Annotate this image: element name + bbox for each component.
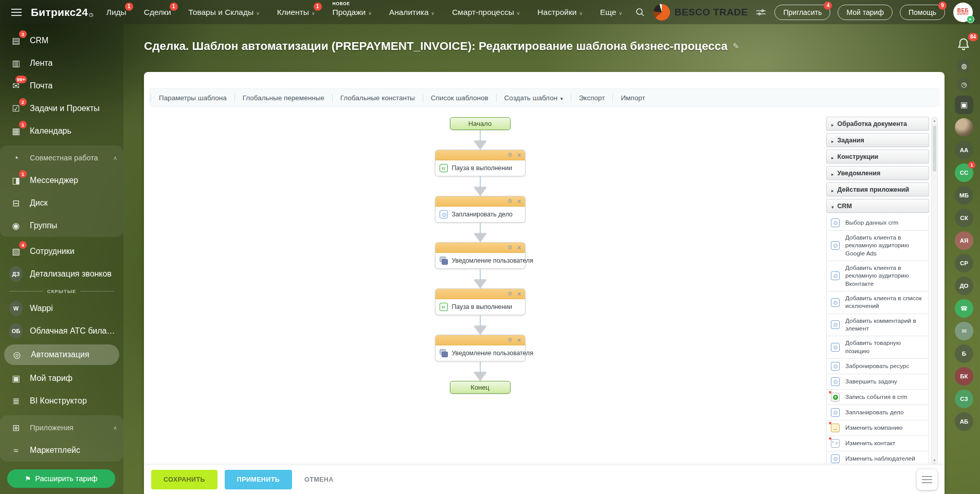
sidebar-item[interactable]: 3 CRM [0,29,123,52]
clock-icon[interactable]: ◷ [957,77,971,92]
rail-avatar[interactable]: МБ [955,186,973,205]
sidebar-item[interactable]: Мой тариф [0,367,123,390]
sidebar-item[interactable]: 1 Календарь [0,120,123,142]
layout-menu-icon[interactable] [917,469,937,490]
toolbar-item[interactable]: Список шаблонов [423,94,496,102]
workflow-node[interactable]: Пауза в выполнении [435,150,525,176]
user-avatar[interactable]: ВЕБ ФОРМАТ [953,3,973,22]
sidebar-item[interactable]: Группы [0,214,123,237]
cancel-button[interactable]: ОТМЕНА [299,470,339,489]
apply-button[interactable]: ПРИМЕНИТЬ [225,470,292,489]
palette-item[interactable]: Добавить клиента в рекламную аудиторию В… [827,261,929,291]
sidebar-item[interactable]: 2 Задачи и Проекты [0,97,123,120]
screen-icon[interactable]: ▣ [955,96,973,114]
nav-item[interactable]: Лиды 1 [106,8,126,17]
sidebar-item[interactable]: Диск [0,192,123,214]
rail-avatar[interactable]: АЯ [955,231,973,250]
sidebar-item[interactable]: Лента [0,52,123,75]
palette-item[interactable]: Добавить клиента в рекламную аудиторию G… [827,231,929,261]
workflow-node[interactable]: Уведомление пользователя [435,335,525,361]
rail-avatar[interactable]: СР [955,254,973,272]
toolbar-item[interactable]: Экспорт [571,94,613,102]
close-icon[interactable] [517,152,521,158]
rail-avatar[interactable]: БК [955,367,973,386]
sidebar-item[interactable]: 4 Сотрудники [0,240,123,263]
gear-icon[interactable] [507,198,513,204]
notifications-bell-icon[interactable]: 84 [956,37,972,52]
toolbar-item[interactable]: Глобальные переменные [234,94,332,102]
palette-item[interactable]: Забронировать ресурс [827,359,929,374]
workflow-canvas[interactable]: Начало [144,107,816,465]
edit-title-icon[interactable] [733,42,739,51]
sidebar-item[interactable]: ДЗ Детализация звонков [0,263,123,285]
toolbar-item[interactable]: Создать шаблон [496,94,571,102]
palette-item[interactable]: Выбор данных crm [827,215,929,231]
palette-item[interactable]: Добавить товарную позицию [827,336,929,359]
scrollbar-thumb[interactable] [933,125,936,172]
save-button[interactable]: СОХРАНИТЬ [151,470,217,489]
palette-section-header[interactable]: Конструкции [826,150,929,163]
nav-item[interactable]: Настройки [537,8,583,17]
phone-icon[interactable]: ☎ [955,299,973,318]
sliders-icon[interactable] [756,8,766,16]
toolbar-item[interactable]: Параметры шаблона [151,94,234,102]
gear-icon[interactable] [507,152,513,158]
workflow-node[interactable]: Запланировать дело [435,196,525,223]
mail-icon[interactable]: ✉ [955,322,973,340]
palette-section-header[interactable]: Обработка документа [826,117,929,131]
globe-icon[interactable]: ◍ [957,59,971,73]
palette-scrollbar[interactable] [931,117,938,464]
sidebar-item[interactable]: Приложения [0,415,123,439]
rail-avatar[interactable]: СК [955,209,973,227]
close-icon[interactable] [517,244,521,251]
palette-item[interactable]: Изменить наблюдателей [827,451,929,464]
nav-item[interactable]: Аналитика [389,8,434,17]
toolbar-item[interactable]: Глобальные константы [332,94,423,102]
expand-tariff-button[interactable]: Расширить тариф [7,469,115,488]
bitrix-logo[interactable]: Битрикс24 [31,6,94,19]
nav-item[interactable]: НОВОЕ Продажи [333,8,372,17]
toolbar-item[interactable]: Импорт [612,94,652,102]
sidebar-item[interactable]: BI Конструктор [0,390,123,412]
company-logo[interactable]: BESCO TRADE [654,4,748,21]
palette-item[interactable]: Завершить задачу [827,374,929,390]
rail-avatar[interactable]: АБ [955,412,973,431]
rail-avatar[interactable]: СС 1 [955,163,973,182]
rail-avatar[interactable]: Б [955,344,973,363]
topbar-action-button[interactable]: Мой тариф [838,5,892,20]
sidebar-item[interactable]: Маркетплейс [0,439,123,462]
close-icon[interactable] [517,290,521,297]
palette-section-header[interactable]: Уведомления [826,166,929,180]
topbar-action-button[interactable]: Помощь 9 [900,5,945,20]
palette-item[interactable]: Изменить контакт [827,436,929,451]
close-icon[interactable] [517,337,521,343]
sidebar-item[interactable]: Совместная работа [0,145,123,169]
nav-item[interactable]: Товары и Склады [189,8,260,17]
palette-item[interactable]: Запланировать дело [827,405,929,420]
sidebar-item[interactable]: Автоматизация [4,344,119,365]
sidebar-item[interactable]: СКРЫТЫЕ [0,285,123,297]
nav-item[interactable]: Еще [600,8,622,17]
rail-avatar[interactable]: СЗ [955,390,973,408]
gear-icon[interactable] [507,337,513,343]
nav-item[interactable]: Клиенты 1 [277,8,315,17]
sidebar-item[interactable]: 99+ Почта [0,75,123,97]
nav-item[interactable]: Смарт-процессы [452,8,520,17]
hamburger-menu-icon[interactable] [10,8,24,17]
palette-item[interactable]: Добавить комментарий в элемент [827,314,929,337]
palette-item[interactable]: Изменить компанию [827,420,929,436]
palette-section-header[interactable]: Задания [826,133,929,147]
workflow-node[interactable]: Уведомление пользователя [435,242,525,269]
user-photo[interactable] [955,118,973,137]
close-icon[interactable] [517,198,521,205]
sidebar-item[interactable]: ОБ Облачная АТС билайн... [0,320,123,342]
palette-item[interactable]: Запись события в crm [827,390,929,405]
palette-section-header[interactable]: Действия приложений [826,182,929,196]
rail-avatar[interactable]: АА [955,141,973,159]
rail-avatar[interactable]: ДО [955,277,973,295]
scroll-down-icon[interactable] [932,459,937,462]
topbar-action-button[interactable]: Пригласить 4 [774,5,830,20]
gear-icon[interactable] [507,291,513,297]
scroll-up-icon[interactable] [932,119,937,122]
palette-item[interactable]: Добавить клиента в список исключений [827,291,929,314]
